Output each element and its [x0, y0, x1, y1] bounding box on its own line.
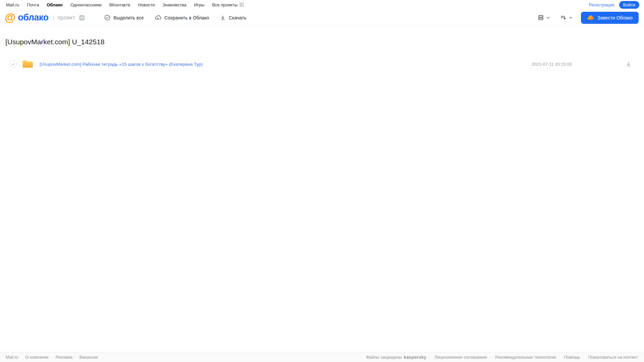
check-circle-icon — [104, 14, 110, 21]
mailru-at-icon: @ — [5, 12, 15, 23]
chevron-down-icon — [568, 15, 573, 20]
cloud-upload-icon — [155, 14, 161, 21]
topnav-item-dating[interactable]: Знакомства — [162, 2, 186, 7]
get-cloud-button[interactable]: Завести Облако — [581, 12, 639, 24]
footer-link-recommendation-tech[interactable]: Рекомендательные технологии — [495, 355, 556, 360]
download-icon — [220, 15, 226, 21]
cloud-icon — [587, 14, 594, 21]
topnav-item-odnoklassniki[interactable]: Одноклассники — [70, 2, 102, 7]
sort-icon — [560, 14, 567, 21]
file-date: 2021-07-11 20:15:00 — [532, 62, 572, 67]
mailru-cloud-public-page: Mail.ru Почта Облако Одноклассники ВКонт… — [0, 0, 644, 362]
topnav-item-cloud[interactable]: Облако — [47, 2, 63, 7]
save-to-cloud-button[interactable]: Сохранить в Облако — [154, 12, 210, 23]
chevron-down-icon — [546, 15, 550, 20]
select-all-label: Выделить все — [113, 15, 144, 20]
list-view-icon — [537, 14, 544, 21]
register-link[interactable]: Регистрация — [589, 2, 614, 7]
page-title: [UsupovMarket.com] U_142518 — [5, 38, 644, 46]
topnav-item-news[interactable]: Новости — [138, 2, 155, 7]
footer-link-jobs[interactable]: Вакансии — [80, 355, 98, 360]
auth-area: Регистрация Войти — [589, 1, 639, 9]
footer-link-about[interactable]: О компании — [26, 355, 49, 360]
file-actions-toolbar: Выделить все Сохранить в Облако Скачать — [103, 12, 247, 23]
header-right-controls: Завести Облако — [536, 12, 639, 24]
row-download-button[interactable] — [625, 60, 632, 68]
save-to-cloud-label: Сохранить в Облако — [164, 15, 209, 20]
view-mode-button[interactable] — [536, 13, 552, 22]
footer-right-links: Файлы защищены kaspersky Лицензионное со… — [366, 355, 638, 360]
project-label: проект — [57, 15, 75, 21]
file-list-area: [UsupovMarket.com] U_142518 [UsupovMarke… — [0, 26, 644, 352]
footer-link-help[interactable]: Помощь — [564, 355, 580, 360]
footer-left-links: Mail.ru О компании Реклама Вакансии — [6, 355, 98, 360]
file-link[interactable]: [UsupovMarket.com] Рабочая тетрадь «15 ш… — [40, 62, 532, 67]
select-all-button[interactable]: Выделить все — [103, 12, 145, 23]
topnav-item-games[interactable]: Игры — [194, 2, 204, 7]
get-cloud-label: Завести Облако — [597, 15, 633, 20]
topnav-item-vkontakte[interactable]: ВКонтакте — [109, 2, 131, 7]
footer-link-license[interactable]: Лицензионное соглашение — [435, 355, 487, 360]
portal-topnav: Mail.ru Почта Облако Одноклассники ВКонт… — [0, 0, 644, 9]
grid-icon — [240, 3, 244, 7]
folder-icon — [22, 59, 34, 69]
kaspersky-logo[interactable]: kaspersky — [404, 355, 427, 360]
kaspersky-protection: Файлы защищены kaspersky — [366, 355, 427, 360]
cloud-header: @ облако | проект vk Выделить все Сохран… — [0, 9, 644, 26]
topnav-item-mail[interactable]: Почта — [27, 2, 39, 7]
protected-label: Файлы защищены — [366, 355, 402, 360]
cloud-wordmark: облако — [18, 12, 48, 23]
portal-links: Mail.ru Почта Облако Одноклассники ВКонт… — [6, 2, 244, 7]
topnav-item-all-projects[interactable]: Все проекты — [212, 2, 244, 7]
cloud-logo[interactable]: @ облако | проект vk — [5, 12, 85, 23]
vk-badge-icon: vk — [79, 15, 85, 20]
logo-divider: | — [53, 14, 55, 21]
all-projects-label: Все проекты — [212, 2, 238, 7]
footer-link-report-content[interactable]: Пожаловаться на контент — [588, 355, 638, 360]
download-label: Скачать — [229, 15, 247, 20]
topnav-item-mailru[interactable]: Mail.ru — [6, 2, 19, 7]
footer-link-ads[interactable]: Реклама — [55, 355, 72, 360]
row-checkbox[interactable] — [10, 60, 17, 68]
file-row[interactable]: [UsupovMarket.com] Рабочая тетрадь «15 ш… — [0, 53, 644, 75]
page-footer: Mail.ru О компании Реклама Вакансии Файл… — [0, 352, 644, 362]
download-button[interactable]: Скачать — [219, 13, 247, 23]
sort-button[interactable] — [558, 13, 574, 22]
footer-link-mailru[interactable]: Mail.ru — [6, 355, 18, 360]
login-button[interactable]: Войти — [619, 1, 639, 9]
